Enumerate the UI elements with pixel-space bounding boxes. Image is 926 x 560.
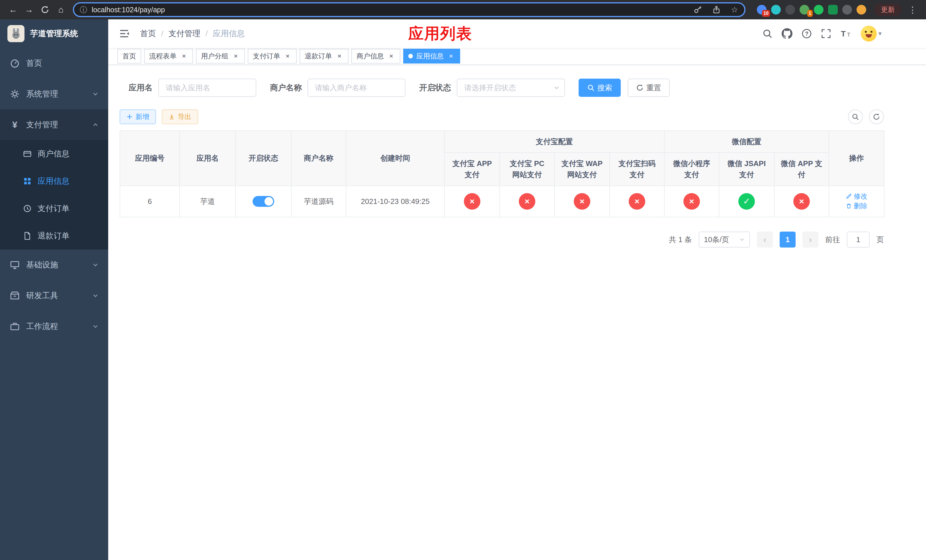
extension-badge: 10 [762,10,770,17]
alipay-app-status-icon: × [464,193,480,210]
site-info-icon[interactable]: ⓘ [80,5,87,15]
refresh-table-button[interactable] [869,109,884,124]
extension-icon[interactable] [785,5,795,15]
fullscreen-button[interactable] [821,29,831,39]
browser-update-button[interactable]: 更新 [874,3,902,16]
font-size-button[interactable]: TT [840,29,852,39]
page-goto-input[interactable] [847,232,870,248]
help-button[interactable]: ? [802,29,812,39]
tab-close-icon[interactable]: × [232,52,240,60]
sidebar-toggle-button[interactable] [117,27,132,41]
text-size-icon: TT [840,29,852,39]
merchant-name-input[interactable] [307,79,406,97]
user-avatar-menu[interactable]: ▾ [861,26,882,42]
main-area: 首页 / 支付管理 / 应用信息 应用列表 ? TT [108,20,926,560]
app-name-input[interactable] [158,79,256,97]
next-page-button[interactable]: › [802,232,819,248]
add-button[interactable]: 新增 [120,109,156,124]
cell-actions: 修改 删除 [829,186,884,217]
tab-close-icon[interactable]: × [336,52,343,60]
sidebar: 芋道管理系统 首页 系统管理 ¥ 支付管理 商户信息 [0,20,108,560]
sidebar-item-home[interactable]: 首页 [0,48,108,79]
col-header-alipay-pc: 支付宝 PC 网站支付 [500,153,554,186]
status-select[interactable] [457,79,565,97]
extension-icon[interactable]: 10 [757,5,767,15]
tags-view-bar: 首页 流程表单 × 用户分组 × 支付订单 × 退款订单 × 商户信息 × 应用… [108,48,926,65]
sidebar-item-refund-orders[interactable]: 退款订单 [0,222,108,250]
cell-merchant: 芋道源码 [291,186,346,217]
sidebar-item-infrastructure[interactable]: 基础设施 [0,250,108,280]
search-icon [852,113,859,121]
col-group-alipay: 支付宝配置 [445,131,664,153]
breadcrumb-payment[interactable]: 支付管理 [169,28,200,39]
search-button[interactable]: 搜索 [579,79,621,97]
tab-app-info[interactable]: 应用信息 × [403,49,460,64]
breadcrumb-current: 应用信息 [213,28,245,39]
browser-back-button[interactable]: ← [6,2,21,17]
breadcrumb: 首页 / 支付管理 / 应用信息 [140,28,245,39]
tab-user-group[interactable]: 用户分组 × [196,49,245,64]
toggle-search-button[interactable] [848,109,863,124]
gear-icon [10,89,20,99]
sidebar-item-app-info[interactable]: 应用信息 [0,168,108,195]
tab-refund-orders[interactable]: 退款订单 × [300,49,348,64]
sidebar-item-payment[interactable]: ¥ 支付管理 [0,109,108,140]
page-content: 应用名 商户名称 开启状态 搜索 重置 [108,65,926,560]
url-text: localhost:1024/pay/app [92,6,686,14]
browser-home-button[interactable]: ⌂ [53,2,68,17]
extension-icon[interactable] [814,5,823,15]
page-header: 首页 / 支付管理 / 应用信息 应用列表 ? TT [108,20,926,48]
current-page-button[interactable]: 1 [780,232,796,248]
password-key-icon[interactable] [690,5,705,14]
delete-link[interactable]: 删除 [846,201,867,210]
share-icon[interactable] [709,5,723,14]
extension-icon[interactable] [842,5,852,15]
browser-menu-button[interactable]: ⋮ [905,5,920,15]
extension-icon[interactable]: 1 [800,5,809,15]
github-link[interactable] [782,28,793,39]
extension-icon[interactable] [856,5,866,15]
extension-icon[interactable] [771,5,781,15]
edit-icon [846,193,852,200]
trash-icon [846,203,852,209]
prev-page-button[interactable]: ‹ [757,232,773,248]
header-search-button[interactable] [762,29,773,39]
sidebar-item-merchant-info[interactable]: 商户信息 [0,140,108,168]
bookmark-star-icon[interactable]: ☆ [728,5,741,15]
chevron-down-icon [92,292,98,299]
edit-link[interactable]: 修改 [846,192,867,201]
extension-icon[interactable] [828,5,838,15]
enabled-toggle[interactable] [253,196,274,207]
col-header-wx-jsapi: 微信 JSAPI 支付 [719,153,774,186]
export-button[interactable]: 导出 [162,109,198,124]
sidebar-item-workflow[interactable]: 工作流程 [0,311,108,342]
tab-close-icon[interactable]: × [284,52,292,60]
col-group-wechat: 微信配置 [664,131,829,153]
svg-text:?: ? [805,30,808,37]
page-size-select[interactable]: 10条/页 [699,232,750,248]
github-icon [782,28,793,39]
browser-forward-button[interactable]: → [22,2,36,17]
address-bar[interactable]: ⓘ localhost:1024/pay/app ☆ [73,2,746,17]
sidebar-item-payment-orders[interactable]: 支付订单 [0,195,108,222]
alipay-pc-status-icon: × [519,193,535,210]
tab-merchant-info[interactable]: 商户信息 × [351,49,400,64]
breadcrumb-home[interactable]: 首页 [140,28,156,39]
goto-label: 前往 [825,235,840,245]
tab-process-form[interactable]: 流程表单 × [144,49,193,64]
tab-close-icon[interactable]: × [180,52,188,60]
goto-suffix: 页 [876,235,884,245]
tab-home[interactable]: 首页 [117,49,141,64]
tab-close-icon[interactable]: × [447,52,455,60]
browser-reload-button[interactable] [38,2,52,17]
tab-payment-orders[interactable]: 支付订单 × [248,49,297,64]
sidebar-item-dev-tools[interactable]: 研发工具 [0,280,108,311]
kebab-icon: ⋮ [908,5,917,15]
download-icon [169,114,175,120]
status-select-input[interactable] [457,79,565,97]
browser-toolbar: ← → ⌂ ⓘ localhost:1024/pay/app ☆ 10 1 更新… [0,0,926,20]
sidebar-item-system[interactable]: 系统管理 [0,79,108,109]
search-icon [587,84,595,91]
reset-button[interactable]: 重置 [628,79,670,97]
tab-close-icon[interactable]: × [387,52,395,60]
